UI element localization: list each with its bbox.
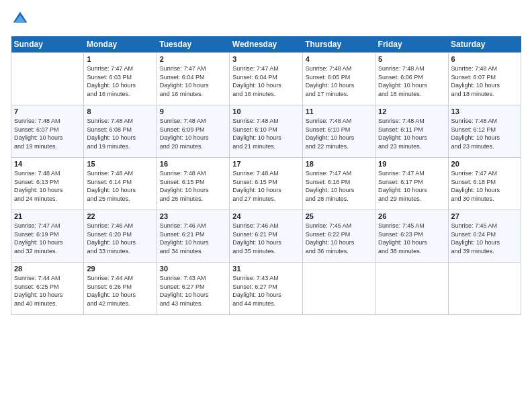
day-number: 27 [451, 212, 518, 220]
day-info: Sunrise: 7:48 AMSunset: 6:07 PMDaylight:… [14, 117, 81, 150]
calendar-cell: 12Sunrise: 7:48 AMSunset: 6:11 PMDayligh… [375, 105, 448, 158]
day-info: Sunrise: 7:44 AMSunset: 6:26 PMDaylight:… [87, 274, 153, 308]
day-info: Sunrise: 7:48 AMSunset: 6:11 PMDaylight:… [378, 117, 445, 150]
weekday-header-thursday: Thursday [302, 36, 375, 53]
day-info: Sunrise: 7:48 AMSunset: 6:15 PMDaylight:… [160, 169, 226, 203]
day-info: Sunrise: 7:47 AMSunset: 6:04 PMDaylight:… [160, 64, 226, 98]
day-number: 25 [306, 212, 372, 220]
day-info: Sunrise: 7:46 AMSunset: 6:21 PMDaylight:… [232, 222, 299, 255]
page: SundayMondayTuesdayWednesdayThursdayFrid… [0, 0, 532, 411]
day-info: Sunrise: 7:45 AMSunset: 6:24 PMDaylight:… [451, 222, 518, 255]
day-number: 12 [378, 107, 445, 116]
day-number: 18 [306, 160, 372, 168]
calendar-cell: 13Sunrise: 7:48 AMSunset: 6:12 PMDayligh… [448, 105, 521, 158]
day-info: Sunrise: 7:46 AMSunset: 6:20 PMDaylight:… [87, 222, 153, 255]
day-info: Sunrise: 7:48 AMSunset: 6:15 PMDaylight:… [232, 169, 299, 203]
calendar-table: SundayMondayTuesdayWednesdayThursdayFrid… [11, 36, 521, 315]
calendar-cell: 26Sunrise: 7:45 AMSunset: 6:23 PMDayligh… [375, 210, 448, 263]
day-number: 31 [232, 265, 299, 273]
calendar-cell: 27Sunrise: 7:45 AMSunset: 6:24 PMDayligh… [448, 210, 521, 263]
day-number: 19 [378, 160, 445, 168]
day-number: 16 [160, 160, 226, 168]
day-number: 5 [378, 55, 445, 63]
weekday-header-wednesday: Wednesday [230, 36, 302, 53]
calendar-cell: 10Sunrise: 7:48 AMSunset: 6:10 PMDayligh… [230, 105, 302, 158]
day-info: Sunrise: 7:48 AMSunset: 6:10 PMDaylight:… [306, 117, 372, 150]
calendar-cell: 20Sunrise: 7:47 AMSunset: 6:18 PMDayligh… [448, 158, 521, 210]
day-info: Sunrise: 7:45 AMSunset: 6:23 PMDaylight:… [378, 222, 445, 255]
day-info: Sunrise: 7:48 AMSunset: 6:12 PMDaylight:… [451, 117, 518, 150]
calendar-cell: 2Sunrise: 7:47 AMSunset: 6:04 PMDaylight… [157, 53, 229, 105]
day-number: 15 [87, 160, 153, 168]
calendar-cell: 25Sunrise: 7:45 AMSunset: 6:22 PMDayligh… [302, 210, 375, 263]
weekday-header-row: SundayMondayTuesdayWednesdayThursdayFrid… [11, 36, 521, 53]
day-info: Sunrise: 7:48 AMSunset: 6:10 PMDaylight:… [232, 117, 299, 150]
calendar-cell: 1Sunrise: 7:47 AMSunset: 6:03 PMDaylight… [84, 53, 157, 105]
week-row-5: 28Sunrise: 7:44 AMSunset: 6:25 PMDayligh… [11, 263, 521, 315]
calendar-cell: 21Sunrise: 7:47 AMSunset: 6:19 PMDayligh… [11, 210, 84, 263]
day-number: 24 [232, 212, 299, 220]
day-info: Sunrise: 7:48 AMSunset: 6:14 PMDaylight:… [87, 169, 153, 203]
day-info: Sunrise: 7:48 AMSunset: 6:08 PMDaylight:… [87, 117, 153, 150]
calendar-cell: 4Sunrise: 7:48 AMSunset: 6:05 PMDaylight… [302, 53, 375, 105]
calendar-cell [375, 263, 448, 315]
day-info: Sunrise: 7:48 AMSunset: 6:09 PMDaylight:… [160, 117, 226, 150]
day-info: Sunrise: 7:43 AMSunset: 6:27 PMDaylight:… [232, 274, 299, 308]
day-number: 3 [232, 55, 299, 63]
day-number: 29 [87, 265, 153, 273]
calendar-cell: 22Sunrise: 7:46 AMSunset: 6:20 PMDayligh… [84, 210, 157, 263]
header [11, 11, 521, 30]
day-number: 23 [160, 212, 226, 220]
day-number: 13 [451, 107, 518, 116]
day-info: Sunrise: 7:47 AMSunset: 6:04 PMDaylight:… [232, 64, 299, 98]
calendar-cell: 30Sunrise: 7:43 AMSunset: 6:27 PMDayligh… [157, 263, 229, 315]
day-info: Sunrise: 7:48 AMSunset: 6:07 PMDaylight:… [451, 64, 518, 98]
logo-icon [12, 11, 28, 27]
day-number: 10 [232, 107, 299, 116]
day-info: Sunrise: 7:45 AMSunset: 6:22 PMDaylight:… [306, 222, 372, 255]
calendar-cell: 19Sunrise: 7:47 AMSunset: 6:17 PMDayligh… [375, 158, 448, 210]
day-number: 7 [14, 107, 81, 116]
day-number: 6 [451, 55, 518, 63]
logo [11, 11, 28, 30]
calendar-cell: 24Sunrise: 7:46 AMSunset: 6:21 PMDayligh… [230, 210, 302, 263]
day-info: Sunrise: 7:48 AMSunset: 6:13 PMDaylight:… [14, 169, 81, 203]
day-number: 20 [451, 160, 518, 168]
calendar-cell: 18Sunrise: 7:47 AMSunset: 6:16 PMDayligh… [302, 158, 375, 210]
calendar-cell: 28Sunrise: 7:44 AMSunset: 6:25 PMDayligh… [11, 263, 84, 315]
calendar-cell: 3Sunrise: 7:47 AMSunset: 6:04 PMDaylight… [230, 53, 302, 105]
calendar-cell: 5Sunrise: 7:48 AMSunset: 6:06 PMDaylight… [375, 53, 448, 105]
day-info: Sunrise: 7:47 AMSunset: 6:18 PMDaylight:… [451, 169, 518, 203]
weekday-header-tuesday: Tuesday [157, 36, 229, 53]
calendar-cell [302, 263, 375, 315]
day-number: 4 [306, 55, 372, 63]
day-number: 17 [232, 160, 299, 168]
weekday-header-sunday: Sunday [11, 36, 84, 53]
weekday-header-saturday: Saturday [448, 36, 521, 53]
day-info: Sunrise: 7:46 AMSunset: 6:21 PMDaylight:… [160, 222, 226, 255]
day-number: 26 [378, 212, 445, 220]
day-info: Sunrise: 7:47 AMSunset: 6:03 PMDaylight:… [87, 64, 153, 98]
day-number: 14 [14, 160, 81, 168]
calendar-cell: 14Sunrise: 7:48 AMSunset: 6:13 PMDayligh… [11, 158, 84, 210]
week-row-2: 7Sunrise: 7:48 AMSunset: 6:07 PMDaylight… [11, 105, 521, 158]
day-number: 28 [14, 265, 81, 273]
calendar-cell: 23Sunrise: 7:46 AMSunset: 6:21 PMDayligh… [157, 210, 229, 263]
calendar-cell [448, 263, 521, 315]
day-number: 2 [160, 55, 226, 63]
day-number: 22 [87, 212, 153, 220]
week-row-1: 1Sunrise: 7:47 AMSunset: 6:03 PMDaylight… [11, 53, 521, 105]
day-info: Sunrise: 7:44 AMSunset: 6:25 PMDaylight:… [14, 274, 81, 308]
day-number: 9 [160, 107, 226, 116]
day-info: Sunrise: 7:47 AMSunset: 6:19 PMDaylight:… [14, 222, 81, 255]
calendar-cell: 29Sunrise: 7:44 AMSunset: 6:26 PMDayligh… [84, 263, 157, 315]
calendar-cell: 15Sunrise: 7:48 AMSunset: 6:14 PMDayligh… [84, 158, 157, 210]
week-row-3: 14Sunrise: 7:48 AMSunset: 6:13 PMDayligh… [11, 158, 521, 210]
day-number: 1 [87, 55, 153, 63]
calendar-cell: 7Sunrise: 7:48 AMSunset: 6:07 PMDaylight… [11, 105, 84, 158]
day-number: 8 [87, 107, 153, 116]
calendar-cell: 6Sunrise: 7:48 AMSunset: 6:07 PMDaylight… [448, 53, 521, 105]
day-info: Sunrise: 7:43 AMSunset: 6:27 PMDaylight:… [160, 274, 226, 308]
day-info: Sunrise: 7:48 AMSunset: 6:05 PMDaylight:… [306, 64, 372, 98]
week-row-4: 21Sunrise: 7:47 AMSunset: 6:19 PMDayligh… [11, 210, 521, 263]
